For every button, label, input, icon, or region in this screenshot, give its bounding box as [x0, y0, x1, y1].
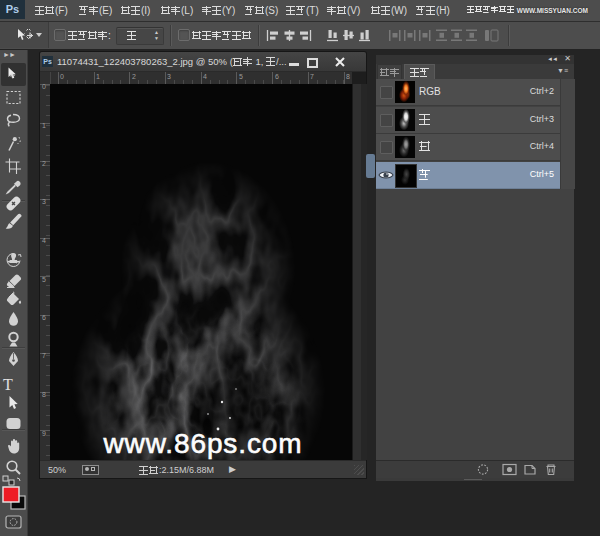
svg-text:T: T	[3, 376, 13, 393]
svg-text:www.86ps.com: www.86ps.com	[102, 428, 302, 459]
